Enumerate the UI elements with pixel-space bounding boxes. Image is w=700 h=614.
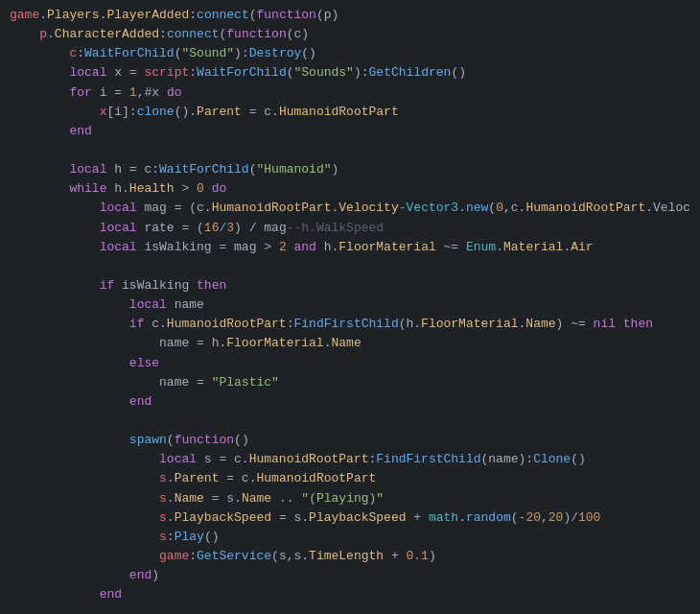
code-line: s:Play() — [0, 528, 700, 547]
code-token: Name — [242, 491, 271, 506]
code-token: Name — [331, 336, 361, 350]
code-token: 0 — [496, 201, 503, 215]
code-token: > — [175, 181, 197, 196]
code-line: name = "Plastic" — [0, 373, 700, 392]
code-token: 20 — [548, 510, 564, 525]
code-token: () — [301, 46, 316, 60]
code-token: connect — [167, 27, 220, 41]
code-token: WaitForChild — [84, 46, 175, 60]
code-line: if c.HumanoidRootPart:FindFirstChild(h.F… — [0, 315, 700, 334]
code-token: FloorMaterial — [338, 240, 435, 254]
code-line: else — [0, 354, 700, 373]
code-token: and — [294, 240, 316, 254]
code-token: mag = (c. — [137, 201, 212, 215]
code-token: s = c. — [197, 452, 249, 466]
code-line: local s = c.HumanoidRootPart:FindFirstCh… — [0, 450, 700, 469]
code-token: Parent — [175, 471, 220, 485]
code-token: "Sounds" — [294, 65, 354, 80]
code-token: connect — [197, 8, 249, 22]
code-token: end — [69, 124, 91, 138]
code-token: h. — [316, 240, 338, 254]
code-token: (). — [175, 105, 197, 119]
code-token: 16 — [204, 221, 220, 235]
code-token: (h. — [399, 317, 421, 331]
code-token: x = — [106, 65, 144, 80]
code-token: function — [257, 8, 316, 22]
code-token: + — [384, 549, 406, 563]
code-token: () — [571, 452, 586, 466]
code-token: HumanoidRootPart — [212, 201, 332, 215]
code-token: HumanoidRootPart — [256, 471, 376, 485]
code-token: i = — [92, 85, 129, 100]
code-line — [0, 257, 700, 276]
code-token: Enum — [466, 240, 496, 254]
code-line: local mag = (c.HumanoidRootPart.Velocity… — [0, 199, 700, 218]
code-line: local name — [0, 295, 700, 315]
code-token: name = h. — [159, 336, 226, 350]
code-token: 100 — [578, 510, 600, 525]
code-token: HumanoidRootPart — [279, 105, 399, 119]
code-token: ( — [488, 201, 496, 215]
code-token: name = — [159, 375, 212, 390]
code-token: s — [159, 530, 167, 544]
code-token: : — [189, 8, 197, 22]
code-token: "(Playing)" — [301, 491, 384, 506]
code-token: ( — [511, 510, 519, 525]
code-token: Velocity — [338, 201, 398, 215]
code-token: ( — [167, 433, 175, 447]
code-token: for — [69, 85, 91, 100]
code-line: s.PlaybackSpeed = s.PlaybackSpeed + math… — [0, 508, 700, 528]
code-token: "Plastic" — [212, 375, 279, 390]
code-token: Play — [175, 530, 204, 544]
code-line: end) — [0, 566, 700, 585]
code-token: p — [39, 27, 47, 41]
code-token: function — [226, 27, 286, 41]
code-token: Clone — [533, 452, 571, 466]
code-token: 2 — [279, 240, 287, 254]
code-token: if — [129, 317, 145, 331]
code-token: game — [159, 549, 189, 563]
code-token: : — [167, 530, 175, 544]
code-token: = c. — [242, 105, 279, 119]
code-token: )/ — [563, 510, 578, 525]
code-token: --h.WalkSpeed — [287, 221, 384, 235]
code-line: end — [0, 122, 700, 141]
code-token: else — [129, 356, 159, 370]
code-token: ,c. — [503, 201, 525, 215]
code-token: FloorMaterial — [226, 336, 323, 350]
code-token: FindFirstChild — [376, 452, 480, 466]
code-token — [616, 317, 623, 331]
code-token: ) — [332, 162, 339, 177]
code-token: isWalking = mag > — [137, 240, 279, 254]
code-token: = c. — [219, 471, 256, 485]
code-token: then — [197, 278, 226, 293]
code-token: local — [100, 201, 137, 215]
code-token: local — [69, 162, 106, 177]
code-token: ): — [354, 65, 369, 80]
code-token: FloorMaterial — [421, 317, 518, 331]
code-token: function — [175, 433, 234, 447]
code-line: spawn(function() — [0, 431, 700, 450]
code-token: Name — [525, 317, 555, 331]
code-token: ) — [429, 549, 436, 563]
code-token: Veloc — [653, 201, 690, 215]
code-line: local isWalking = mag > 2 and h.FloorMat… — [0, 238, 700, 257]
code-token: PlaybackSpeed — [309, 510, 406, 525]
code-token: ( — [249, 8, 257, 22]
code-token: , — [541, 510, 548, 525]
code-token: nil — [594, 317, 616, 331]
code-token: name — [167, 297, 204, 312]
code-token: ) / mag — [234, 221, 287, 235]
code-token: WaitForChild — [197, 65, 287, 80]
code-token — [204, 181, 212, 196]
code-token: Material — [503, 240, 563, 254]
code-token: TimeLength — [309, 549, 384, 563]
code-token: ~= — [436, 240, 466, 254]
code-line: end — [0, 585, 700, 604]
code-token: h. — [106, 181, 128, 196]
code-token: end — [129, 394, 152, 409]
code-token: 0.1 — [407, 549, 429, 563]
code-line — [0, 141, 700, 160]
code-token: "Sound" — [181, 46, 234, 60]
code-token: s — [159, 491, 167, 506]
